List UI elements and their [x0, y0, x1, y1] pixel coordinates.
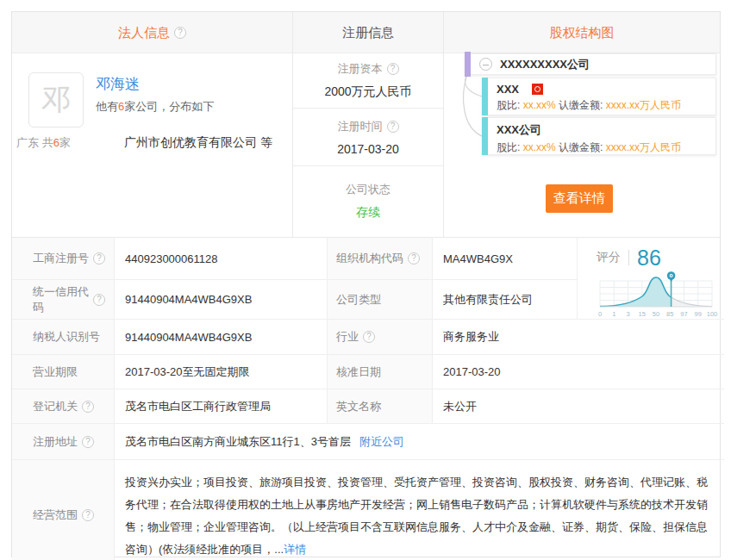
- svg-text:0: 0: [598, 310, 602, 318]
- help-icon[interactable]: ?: [387, 121, 399, 133]
- legal-person-header: 法人信息?: [12, 12, 292, 53]
- field-label: 登记机关?: [12, 389, 115, 424]
- score-header: 评分 86: [597, 246, 717, 270]
- shareholder-name: XXX: [497, 83, 707, 96]
- help-icon[interactable]: ?: [93, 252, 105, 264]
- field-label: 统一信用代码?: [12, 280, 115, 320]
- x-axis-tick-labels: 0 1 3 15 50 85 97 99 100: [598, 310, 717, 318]
- field-label: 注册地址?: [12, 424, 115, 460]
- collapse-minus-icon[interactable]: [479, 58, 492, 71]
- equity-child-node[interactable]: XXX公司 股比: xx.xx% 认缴金额: xxxx.xx万人民币: [482, 117, 716, 155]
- ratio-value: xx.xx%: [523, 99, 556, 111]
- top-section: 法人信息? 邓 邓海迷 他有6家公司，分布如下 广东 共6家 广州市创优教育有限…: [12, 12, 720, 238]
- person-company-count: 他有6家公司，分布如下: [96, 99, 214, 115]
- field-value: 91440904MA4WB4G9XB: [115, 280, 328, 320]
- field-value: 2017-03-20至无固定期限: [115, 355, 328, 389]
- field-label: 经营范围?: [12, 460, 115, 560]
- svg-text:97: 97: [680, 310, 687, 318]
- svg-text:50: 50: [653, 310, 659, 318]
- registered-date-value: 2017-03-20: [337, 142, 399, 156]
- help-icon[interactable]: ?: [82, 401, 94, 413]
- svg-text:15: 15: [639, 310, 646, 318]
- region-count-number: 6: [53, 136, 59, 149]
- equity-structure-header: 股权结构图: [444, 12, 720, 53]
- shareholder-detail: 股比: xx.xx% 认缴金额: xxxx.xx万人民币: [497, 98, 707, 113]
- controller-badge-icon: [532, 84, 543, 95]
- registered-capital-cell: 注册资本? 2000万元人民币: [293, 53, 443, 109]
- avatar: 邓: [28, 72, 84, 128]
- registered-capital-label: 注册资本?: [338, 61, 399, 77]
- legal-person-title: 法人信息: [118, 25, 170, 40]
- help-icon[interactable]: ?: [174, 27, 186, 39]
- equity-root-name: XXXXXXXXX公司: [500, 57, 590, 72]
- svg-text:85: 85: [666, 310, 673, 318]
- region-stat: 广东 共6家: [16, 135, 71, 151]
- curve-fill-teal: [600, 277, 712, 307]
- help-icon[interactable]: ?: [363, 331, 375, 343]
- view-details-button[interactable]: 查看详情: [546, 184, 613, 213]
- field-value: 440923000061128: [115, 238, 328, 280]
- score-chart-cell: 评分 86: [578, 238, 724, 320]
- help-icon[interactable]: ?: [82, 436, 94, 448]
- score-distribution-chart: 0 1 3 15 50 85 97 99 100: [597, 270, 717, 320]
- company-status-label: 公司状态: [346, 182, 390, 197]
- svg-text:1: 1: [612, 310, 615, 318]
- registered-capital-value: 2000万元人民币: [324, 84, 411, 100]
- company-status-cell: 公司状态 存续: [293, 166, 443, 236]
- registered-date-cell: 注册时间? 2017-03-20: [293, 109, 443, 166]
- equity-child-node[interactable]: XXX 股比: xx.xx% 认缴金额: xxxx.xx万人民币: [482, 78, 716, 115]
- score-label: 评分: [597, 250, 629, 265]
- field-value: 商务服务业: [433, 320, 724, 355]
- person-name-link[interactable]: 邓海迷: [96, 74, 140, 94]
- status-badge: 存续: [356, 205, 380, 221]
- amount-value: xxxx.xx万人民币: [606, 99, 681, 111]
- help-icon[interactable]: ?: [82, 509, 94, 521]
- registration-header: 注册信息: [293, 12, 443, 53]
- registration-body: 注册资本? 2000万元人民币 注册时间? 2017-03-20 公司状态 存续: [293, 53, 443, 237]
- field-value: 未公开: [433, 389, 724, 424]
- related-company: 广州市创优教育有限公司 等: [124, 135, 272, 151]
- shareholder-detail: 股比: xx.xx% 认缴金额: xxxx.xx万人民币: [497, 140, 707, 155]
- help-icon[interactable]: ?: [93, 294, 105, 306]
- svg-text:3: 3: [626, 310, 629, 318]
- field-label: 核准日期: [328, 355, 433, 389]
- field-label: 营业期限: [12, 355, 115, 389]
- score-value: 86: [637, 246, 661, 271]
- help-icon[interactable]: ?: [387, 63, 399, 75]
- field-label: 工商注册号?: [12, 238, 115, 280]
- equity-structure-body: XXXXXXXXX公司 XXX 股比: xx.xx% 认缴金额: xxxx.xx…: [444, 53, 720, 237]
- field-value: MA4WB4G9X: [433, 238, 578, 280]
- field-value: 其他有限责任公司: [433, 280, 578, 320]
- registered-date-label: 注册时间?: [338, 119, 399, 134]
- field-label: 公司类型: [328, 280, 433, 320]
- field-value: 茂名市电白区工商行政管理局: [115, 389, 328, 424]
- field-value: 2017-03-20: [433, 355, 724, 389]
- field-label: 组织机构代码?: [328, 238, 433, 280]
- amount-value: xxxx.xx万人民币: [606, 141, 681, 153]
- legal-person-body: 邓 邓海迷 他有6家公司，分布如下 广东 共6家 广州市创优教育有限公司 等: [12, 53, 292, 237]
- equity-root-node[interactable]: XXXXXXXXX公司: [465, 53, 716, 75]
- nearby-companies-link[interactable]: 附近公司: [359, 434, 404, 450]
- address-value: 茂名市电白区南方商业城东区11行1、3号首层附近公司: [115, 424, 724, 460]
- field-label: 纳税人识别号: [12, 320, 115, 355]
- registration-section: 注册信息 注册资本? 2000万元人民币 注册时间? 2017-03-20 公司…: [293, 12, 444, 237]
- shareholder-name: XXX公司: [497, 122, 707, 138]
- ratio-value: xx.xx%: [523, 141, 556, 153]
- field-label: 英文名称: [328, 389, 433, 424]
- detail-table: 工商注册号? 440923000061128 组织机构代码? MA4WB4G9X…: [12, 238, 720, 557]
- svg-text:99: 99: [695, 310, 702, 318]
- scope-more-link[interactable]: 详情: [284, 543, 306, 556]
- field-value: 91440904MA4WB4G9XB: [115, 320, 328, 355]
- company-info-panel: 法人信息? 邓 邓海迷 他有6家公司，分布如下 广东 共6家 广州市创优教育有限…: [11, 11, 721, 557]
- equity-structure-section: 股权结构图 XXXXXXXXX公司 XXX 股比: xx.xx% 认缴金额: x…: [444, 12, 720, 237]
- svg-text:100: 100: [707, 310, 718, 318]
- business-scope-value: 投资兴办实业；项目投资、旅游项目投资、投资管理、受托资产管理、投资咨询、股权投资…: [115, 460, 724, 560]
- help-icon[interactable]: ?: [408, 252, 420, 264]
- field-label: 行业?: [328, 320, 433, 355]
- legal-person-section: 法人信息? 邓 邓海迷 他有6家公司，分布如下 广东 共6家 广州市创优教育有限…: [12, 12, 293, 237]
